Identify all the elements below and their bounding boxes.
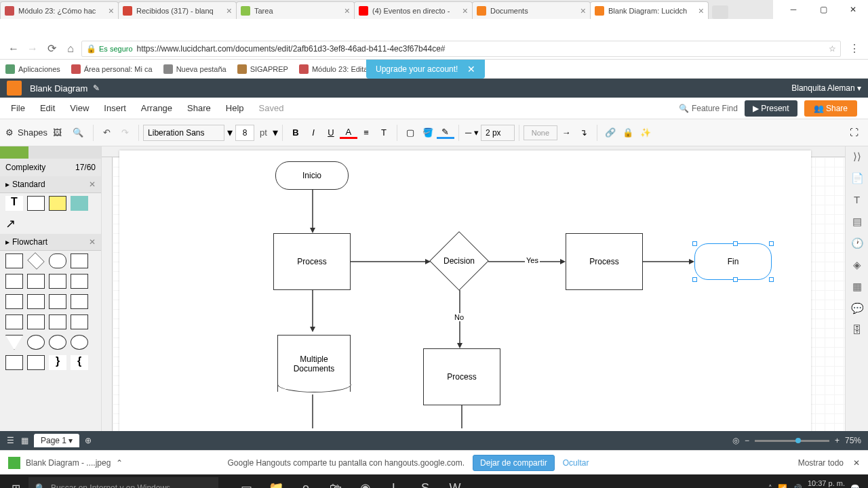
stroke-width[interactable]: 2 px (481, 125, 515, 141)
line-style-button[interactable]: ─ ▾ (463, 127, 481, 138)
shape-brace[interactable]: } (49, 355, 66, 370)
image-icon[interactable]: 🖼 (47, 125, 67, 140)
browser-tab[interactable]: Módulo 23: ¿Cómo hac× (0, 1, 119, 19)
fill-color-button[interactable]: 🪣 (419, 127, 437, 138)
font-select[interactable]: Liberation Sans (143, 125, 224, 141)
reload-button[interactable]: ⟳ (43, 41, 60, 57)
network-icon[interactable]: 📶 (778, 484, 787, 489)
tab-close-icon[interactable]: × (462, 5, 468, 16)
download-item[interactable]: Blank Diagram - ....jpeg⌃ (8, 457, 123, 469)
text-color-button[interactable]: A (340, 127, 357, 139)
menu-share[interactable]: Share (187, 103, 211, 113)
canvas[interactable]: Inicio Process Decision Process Fin Proc… (113, 157, 845, 431)
start-button[interactable]: ⊞ (3, 474, 28, 488)
menu-insert[interactable]: Insert (104, 103, 126, 113)
close-section-icon[interactable]: ✕ (89, 237, 96, 247)
standard-section[interactable]: ▸ Standard✕ (0, 176, 101, 193)
shape-delay[interactable] (27, 314, 45, 329)
link-icon[interactable]: 🔗 (601, 127, 619, 138)
browser-tab[interactable]: Documents× (472, 1, 591, 19)
shape-hex[interactable] (71, 274, 88, 289)
tab-close-icon[interactable]: × (108, 5, 114, 16)
word-icon[interactable]: W (441, 474, 469, 488)
rename-icon[interactable]: ✎ (93, 83, 100, 93)
shape-summing[interactable] (71, 335, 88, 350)
bookmark-star-icon[interactable]: ☆ (829, 44, 836, 54)
arrow-style-button[interactable]: → (557, 127, 575, 138)
layers-icon[interactable]: ◈ (851, 259, 863, 271)
redo-button[interactable]: ↷ (116, 125, 134, 140)
store-icon[interactable]: 🛍 (321, 474, 350, 488)
tab-close-icon[interactable]: × (580, 5, 586, 16)
shapes-button[interactable]: ⚙Shapes (5, 127, 47, 138)
shape-multidoc[interactable] (27, 274, 45, 289)
explorer-icon[interactable]: 📁 (262, 474, 290, 488)
page-tab[interactable]: Page 1 ▾ (34, 434, 79, 447)
url-input[interactable]: 🔒 Es seguro https://www.lucidchart.com/d… (81, 41, 841, 57)
tray-chevron-icon[interactable]: ˄ (768, 484, 772, 489)
font-size-input[interactable] (235, 125, 254, 141)
fullscreen-icon[interactable]: ⛶ (845, 127, 863, 138)
shape-manual[interactable] (49, 274, 66, 289)
shape-extract[interactable] (5, 335, 23, 350)
volume-icon[interactable]: 🔊 (793, 484, 802, 489)
browser-tab[interactable]: Tarea× (236, 1, 355, 19)
zoom-out-button[interactable]: − (745, 436, 749, 445)
outline-icon[interactable]: ☰ (7, 436, 14, 445)
shape-paper[interactable] (5, 314, 23, 329)
underline-button[interactable]: U (322, 127, 340, 138)
history-icon[interactable]: 🕐 (851, 237, 863, 249)
clock[interactable]: 10:37 p. m.29/06/2017 (808, 479, 845, 488)
close-section-icon[interactable]: ✕ (89, 180, 96, 189)
shape-process-2[interactable]: Process (566, 233, 643, 290)
border-color-button[interactable]: ✎ (437, 127, 454, 139)
shape-or[interactable] (49, 335, 66, 350)
italic-button[interactable]: I (304, 127, 322, 138)
shape-data[interactable] (5, 294, 23, 309)
label-yes[interactable]: Yes (525, 256, 540, 264)
edge-icon[interactable]: e (292, 474, 320, 488)
shape-process[interactable] (5, 253, 23, 268)
magic-icon[interactable]: ✨ (637, 127, 654, 138)
menu-arrange[interactable]: Arrange (141, 103, 172, 113)
shape-fin-selected[interactable]: Fin (694, 243, 772, 280)
shape-note[interactable]: { (71, 355, 88, 370)
page-icon[interactable]: 📄 (851, 172, 863, 184)
forward-button[interactable]: → (24, 41, 41, 57)
chrome-icon[interactable]: ◉ (351, 474, 380, 488)
tab-close-icon[interactable]: × (226, 5, 232, 16)
master-icon[interactable]: ▦ (851, 281, 863, 293)
back-button[interactable]: ← (5, 41, 22, 57)
grid-icon[interactable]: ▦ (21, 436, 28, 445)
close-window-button[interactable]: ✕ (838, 0, 868, 19)
tab-close-icon[interactable]: × (698, 5, 704, 16)
bold-button[interactable]: B (287, 127, 304, 138)
document-title[interactable]: Blank Diagram (30, 83, 87, 94)
bookmark-item[interactable]: SIGAPREP (237, 64, 288, 74)
browser-menu-icon[interactable]: ⋮ (846, 42, 863, 55)
new-tab-button[interactable] (712, 5, 728, 19)
lync-icon[interactable]: L (381, 474, 410, 488)
stop-sharing-button[interactable]: Dejar de compartir (473, 455, 555, 471)
present-button[interactable]: ▶ Present (745, 100, 797, 117)
shape-internal[interactable] (71, 294, 88, 309)
zoom-value[interactable]: 75% (845, 436, 861, 445)
block-shape[interactable] (71, 196, 88, 211)
shape-decision[interactable] (27, 252, 44, 269)
comments-icon[interactable]: 💬 (851, 302, 863, 314)
shape-terminator[interactable] (49, 253, 66, 268)
undo-button[interactable]: ↶ (98, 125, 116, 140)
label-no[interactable]: No (453, 313, 465, 321)
font-unit[interactable]: pt (254, 125, 273, 140)
flowchart-section[interactable]: ▸ Flowchart✕ (0, 234, 101, 251)
taskview-icon[interactable]: ▭ (232, 474, 260, 488)
line-route-button[interactable]: ↴ (575, 127, 593, 138)
shape-multidoc[interactable]: Multiple Documents (277, 335, 351, 392)
lucidchart-logo-icon[interactable] (7, 81, 22, 96)
zoom-slider[interactable] (755, 440, 829, 442)
minimize-button[interactable]: ─ (778, 0, 808, 19)
zoom-fit-icon[interactable]: ◎ (732, 436, 739, 445)
apps-button[interactable]: Aplicaciones (5, 64, 60, 74)
shape-display[interactable] (5, 355, 23, 370)
rect-shape[interactable] (27, 196, 45, 211)
